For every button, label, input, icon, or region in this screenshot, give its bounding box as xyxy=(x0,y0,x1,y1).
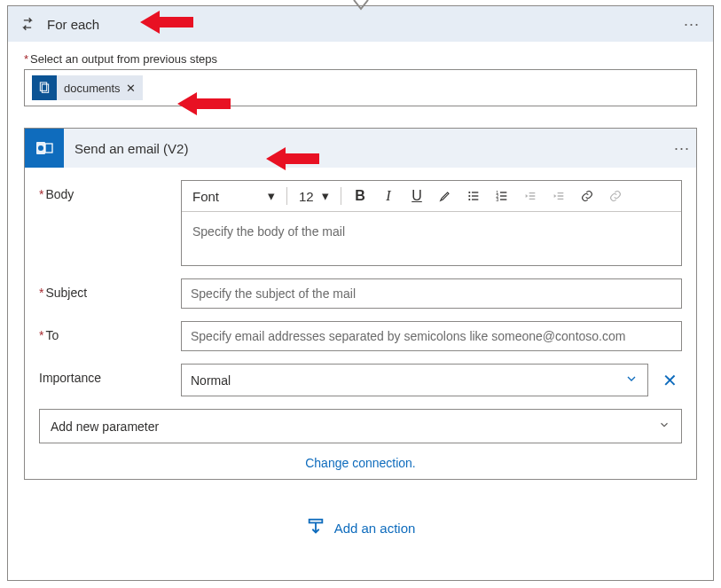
annotation-arrow-icon xyxy=(140,7,193,37)
annotation-arrow-icon xyxy=(177,89,231,119)
font-family-dropdown[interactable]: Font▾ xyxy=(187,184,280,208)
svg-rect-0 xyxy=(40,82,46,90)
for-each-menu-button[interactable]: ··· xyxy=(678,10,706,38)
outlook-icon xyxy=(25,129,64,168)
svg-marker-19 xyxy=(177,92,231,115)
svg-text:3: 3 xyxy=(496,197,498,202)
change-connection-link[interactable]: Change connection. xyxy=(39,456,682,470)
numbered-list-button[interactable]: 123 xyxy=(490,184,514,208)
svg-rect-8 xyxy=(472,195,478,196)
highlight-button[interactable] xyxy=(433,184,458,208)
loop-icon xyxy=(15,12,40,36)
svg-marker-18 xyxy=(140,11,193,34)
body-textarea[interactable]: Specify the body of the mail xyxy=(182,212,681,265)
subject-label: *Subject xyxy=(39,278,181,300)
body-editor: Font▾ 12▾ B I U xyxy=(181,180,682,266)
svg-rect-3 xyxy=(45,144,52,153)
importance-label: Importance xyxy=(39,364,181,385)
chevron-down-icon xyxy=(624,372,639,388)
token-label: documents xyxy=(64,82,121,95)
add-new-parameter-dropdown[interactable]: Add new parameter xyxy=(39,409,682,443)
font-size-dropdown[interactable]: 12▾ xyxy=(294,184,334,208)
annotation-arrow-icon xyxy=(266,144,319,174)
for-each-card: For each ··· *Select an output from prev… xyxy=(7,5,714,581)
select-output-label: *Select an output from previous steps xyxy=(24,52,697,66)
svg-point-4 xyxy=(38,145,43,151)
body-label: *Body xyxy=(39,180,181,201)
add-action-icon xyxy=(306,517,325,539)
svg-marker-20 xyxy=(266,147,319,170)
rich-text-toolbar: Font▾ 12▾ B I U xyxy=(182,181,681,212)
subject-input[interactable] xyxy=(181,278,682,309)
select-output-input[interactable]: documents ✕ xyxy=(24,69,697,106)
underline-button[interactable]: U xyxy=(404,184,429,208)
indent-button[interactable] xyxy=(546,184,571,208)
chevron-down-icon xyxy=(658,419,670,434)
svg-point-9 xyxy=(468,199,470,200)
send-email-title: Send an email (V2) xyxy=(74,141,668,156)
documents-token-icon xyxy=(32,75,57,100)
send-email-card: Send an email (V2) ··· *Body Font▾ 12▾ xyxy=(24,128,697,480)
svg-rect-17 xyxy=(309,520,322,523)
bullet-list-button[interactable] xyxy=(461,184,486,208)
token-remove-icon[interactable]: ✕ xyxy=(126,82,136,95)
send-email-menu-button[interactable]: ··· xyxy=(668,134,696,162)
importance-clear-button[interactable]: ✕ xyxy=(657,370,682,391)
bold-button[interactable]: B xyxy=(348,184,372,208)
outdent-button[interactable] xyxy=(518,184,543,208)
unlink-button[interactable] xyxy=(603,184,628,208)
add-an-action-button[interactable]: Add an action xyxy=(306,517,416,539)
svg-point-7 xyxy=(468,195,470,197)
to-label: *To xyxy=(39,321,181,342)
svg-rect-10 xyxy=(472,199,478,200)
svg-rect-6 xyxy=(472,192,478,192)
flow-connector-arrow-icon xyxy=(350,0,372,15)
italic-button[interactable]: I xyxy=(376,184,401,208)
svg-point-5 xyxy=(468,192,470,193)
svg-rect-16 xyxy=(500,199,506,200)
add-an-action-label: Add an action xyxy=(334,521,416,536)
send-email-header[interactable]: Send an email (V2) ··· xyxy=(25,129,696,168)
importance-value: Normal xyxy=(191,373,231,388)
svg-rect-1 xyxy=(42,84,48,92)
link-button[interactable] xyxy=(575,184,600,208)
importance-select[interactable]: Normal xyxy=(181,364,648,396)
token-documents[interactable]: documents ✕ xyxy=(32,75,143,100)
to-input[interactable] xyxy=(181,321,682,351)
svg-rect-14 xyxy=(500,195,506,196)
svg-rect-12 xyxy=(500,192,506,192)
